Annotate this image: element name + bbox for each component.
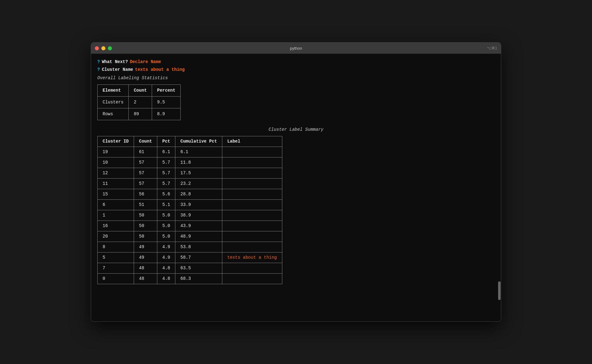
cluster-cell-8-3: 48.9 [175,231,222,242]
cluster-cell-8-4 [222,231,282,242]
overall-stats-title: Overall Labeling Statistics [97,75,495,81]
cluster-cell-12-2: 4.8 [157,274,175,284]
overall-cell-0-2: 9.5 [152,97,181,108]
table-row: 8494.953.8 [98,242,282,253]
table-row: Rows898.9 [98,108,181,120]
cluster-cell-9-1: 49 [134,242,157,253]
cluster-header-count: Count [134,136,157,147]
cluster-cell-6-4 [222,210,282,221]
table-row: 6515.133.9 [98,200,282,210]
terminal-body[interactable]: ? What Next? Declare Name ? Cluster Name… [91,54,501,321]
overall-cell-1-0: Rows [98,108,129,120]
cluster-header-pct: Pct [157,136,175,147]
cluster-cell-11-2: 4.8 [157,263,175,274]
cluster-cell-7-3: 43.9 [175,221,222,231]
cluster-cell-5-0: 6 [98,200,134,210]
table-row: 12575.717.5 [98,168,282,179]
cluster-cell-0-0: 19 [98,147,134,157]
table-row: 15565.628.8 [98,189,282,200]
cluster-cell-1-4 [222,157,282,168]
cluster-cell-6-2: 5.0 [157,210,175,221]
cluster-cell-1-0: 10 [98,157,134,168]
cluster-cell-10-3: 58.7 [175,253,222,263]
cluster-header-label: Label [222,136,282,147]
window-title: python [290,46,302,51]
prompt-question-2: ? [97,66,100,73]
cluster-cell-3-1: 57 [134,179,157,189]
cluster-cell-5-4 [222,200,282,210]
overall-header-count: Count [129,85,152,97]
cluster-cell-2-0: 12 [98,168,134,179]
cluster-cell-7-0: 16 [98,221,134,231]
prompt-value-1: Declare Name [130,59,161,65]
cluster-cell-8-2: 5.0 [157,231,175,242]
table-row: 16505.043.9 [98,221,282,231]
prompt-label-1: What Next? [102,59,128,65]
close-button[interactable] [95,46,99,50]
cluster-cell-12-3: 68.3 [175,274,222,284]
titlebar: python ⌥⌘1 [91,43,501,54]
cluster-cell-10-1: 49 [134,253,157,263]
cluster-cell-5-2: 5.1 [157,200,175,210]
cluster-summary-title: Cluster Label Summary [97,126,495,133]
overall-cell-0-1: 2 [129,97,152,108]
cluster-cell-9-3: 53.8 [175,242,222,253]
traffic-lights [95,46,112,50]
minimize-button[interactable] [101,46,105,50]
cluster-cell-9-4 [222,242,282,253]
cluster-cell-8-1: 50 [134,231,157,242]
table-row: 20505.048.9 [98,231,282,242]
maximize-button[interactable] [108,46,112,50]
cluster-cell-4-0: 15 [98,189,134,200]
cluster-cell-10-2: 4.9 [157,253,175,263]
cluster-cell-4-4 [222,189,282,200]
cluster-cell-9-0: 8 [98,242,134,253]
cluster-cell-7-4 [222,221,282,231]
cluster-header-cumulative-pct: Cumulative Pct [175,136,222,147]
cluster-cell-0-4 [222,147,282,157]
overall-table-header-row: Element Count Percent [98,85,181,97]
prompt-value-2: texts about a thing [135,66,185,73]
cluster-cell-2-2: 5.7 [157,168,175,179]
cluster-cell-0-3: 6.1 [175,147,222,157]
cluster-cell-4-1: 56 [134,189,157,200]
overall-table-body: Clusters29.5Rows898.9 [98,97,181,120]
cluster-cell-3-3: 23.2 [175,179,222,189]
cluster-header-id: Cluster ID [98,136,134,147]
cluster-cell-5-3: 33.9 [175,200,222,210]
cluster-cell-6-1: 50 [134,210,157,221]
prompt-line-1: ? What Next? Declare Name [97,59,495,65]
overall-cell-1-1: 89 [129,108,152,120]
cluster-cell-3-0: 11 [98,179,134,189]
cluster-cell-6-3: 38.9 [175,210,222,221]
cluster-cell-1-1: 57 [134,157,157,168]
prompt-label-2: Cluster Name [102,66,133,73]
prompt-line-2: ? Cluster Name texts about a thing [97,66,495,73]
cluster-cell-11-3: 63.5 [175,263,222,274]
cluster-cell-10-4: texts about a thing [222,253,282,263]
cluster-cell-4-2: 5.6 [157,189,175,200]
cluster-cell-10-0: 5 [98,253,134,263]
cluster-cell-3-2: 5.7 [157,179,175,189]
scrollbar-thumb[interactable] [498,281,501,300]
overall-cell-1-2: 8.9 [152,108,181,120]
table-row: 7484.863.5 [98,263,282,274]
prompt-question-1: ? [97,59,100,65]
cluster-cell-5-1: 51 [134,200,157,210]
table-row: 10575.711.8 [98,157,282,168]
scrollbar-track[interactable] [498,53,501,322]
cluster-cell-1-3: 11.8 [175,157,222,168]
overall-stats-table: Element Count Percent Clusters29.5Rows89… [97,84,181,120]
table-row: 11575.723.2 [98,179,282,189]
overall-header-percent: Percent [152,85,181,97]
cluster-table-body: 19616.16.110575.711.812575.717.511575.72… [98,147,282,284]
terminal-window: python ⌥⌘1 ? What Next? Declare Name ? C… [91,42,501,322]
overall-header-element: Element [98,85,129,97]
table-row: 19616.16.1 [98,147,282,157]
overall-cell-0-0: Clusters [98,97,129,108]
cluster-cell-12-4 [222,274,282,284]
table-row: 5494.958.7texts about a thing [98,253,282,263]
cluster-summary-table: Cluster ID Count Pct Cumulative Pct Labe… [97,136,282,284]
cluster-cell-6-0: 1 [98,210,134,221]
cluster-cell-8-0: 20 [98,231,134,242]
